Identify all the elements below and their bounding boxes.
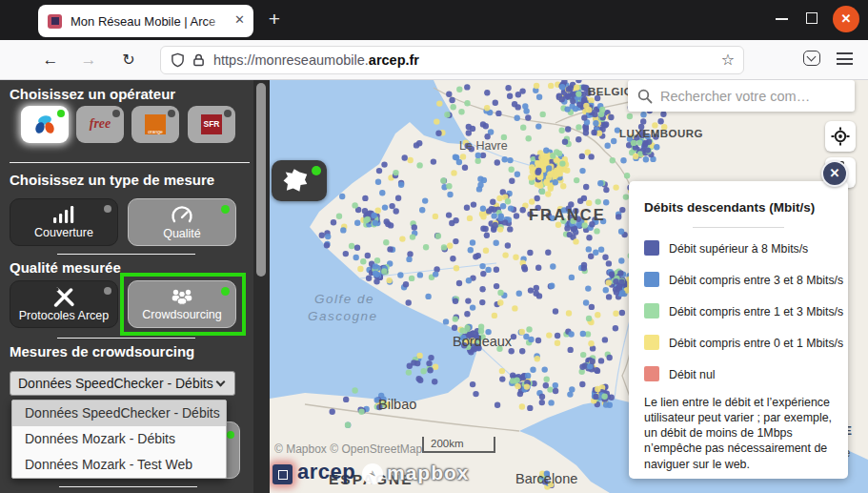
tools-icon [52, 286, 75, 307]
url-bar[interactable]: https://monreseaumobile.arcep.fr ☆ [160, 46, 744, 74]
legend-close-button[interactable]: ✕ [821, 160, 848, 187]
window-minimize-button[interactable] [776, 18, 788, 20]
operator-free-button[interactable]: free [76, 106, 124, 143]
gauge-icon [170, 204, 194, 225]
window-maximize-button[interactable] [806, 12, 818, 24]
legend-swatch [644, 366, 659, 381]
coverage-button[interactable]: Couverture [10, 198, 118, 246]
url-domain: arcep.fr [369, 52, 419, 68]
mapbox-logo-icon: ➢ [362, 463, 383, 484]
search-placeholder: Rechercher votre com… [660, 89, 810, 104]
map-scale-bar: 200km [422, 437, 495, 453]
arcep-logo-icon [273, 464, 293, 484]
dropdown-option-speedchecker-debits[interactable]: Données SpeedChecker - Débits [12, 401, 226, 426]
hidden-button-dot [227, 431, 234, 439]
select-value: Données SpeedChecker - Débits [18, 376, 213, 391]
map-attribution[interactable]: © Mapbox © OpenStreetMap [274, 442, 422, 456]
commune-search-box[interactable]: Rechercher votre com… [628, 80, 855, 112]
crowdsourcing-data-select[interactable]: Données SpeedChecker - Débits [10, 371, 235, 396]
quality-measured-heading: Qualité mesurée [10, 259, 121, 276]
legend-swatch [644, 303, 659, 318]
legend-divider [693, 227, 784, 228]
url-text: https://monreseaumobile.arcep.fr [213, 52, 419, 68]
france-button-dot [312, 166, 321, 175]
operator-bouygues-button[interactable] [21, 106, 69, 143]
browser-window: Mon Réseau Mobile | Arce ✕ + ✕ ← → ↻ htt… [0, 0, 868, 493]
crowdsourcing-selected-dot [221, 287, 230, 296]
divider [57, 254, 195, 255]
forward-button: → [76, 48, 101, 72]
pocket-icon[interactable] [803, 51, 820, 66]
divider [59, 486, 197, 487]
sidebar-scrollbar[interactable] [253, 80, 270, 493]
sfr-logo: SFR [201, 114, 222, 134]
divider [10, 162, 250, 163]
geolocate-button[interactable] [825, 121, 856, 152]
browser-tab[interactable]: Mon Réseau Mobile | Arce ✕ [38, 5, 253, 37]
protocols-dot [104, 287, 111, 295]
geolocate-target-icon [831, 127, 850, 146]
operator-orange-button[interactable]: orange [131, 106, 179, 143]
operator-heading: Choisissez un opérateur [10, 86, 175, 102]
new-tab-button[interactable]: + [261, 6, 288, 32]
protocols-arcep-button[interactable]: Protocoles Arcep [10, 280, 118, 328]
hamburger-menu-icon[interactable] [837, 52, 853, 66]
arcep-logo-text: arcep [297, 460, 355, 484]
dropdown-option-mozark-testweb[interactable]: Données Mozark - Test Web [12, 452, 226, 478]
operator-dot [112, 110, 120, 117]
crowdsourcing-button[interactable]: Crowdsourcing [128, 280, 236, 328]
legend-swatch [644, 335, 659, 350]
people-group-icon [170, 287, 194, 306]
reload-button[interactable]: ↻ [116, 48, 141, 72]
legend-swatch [644, 272, 659, 287]
legend-swatch [644, 240, 659, 256]
legend-panel: Débits descendants (Mbit/s) Débit supéri… [629, 181, 848, 479]
signal-bars-icon [52, 205, 75, 224]
bouygues-logo-icon [32, 113, 57, 136]
legend-note: Le lien entre le débit et l’expérience u… [644, 395, 835, 472]
quality-button[interactable]: Qualité [128, 198, 236, 246]
arcep-favicon-icon [48, 14, 62, 29]
france-overview-button[interactable] [272, 160, 327, 201]
orange-logo: orange [145, 114, 166, 134]
coverage-dot [104, 205, 111, 213]
scrollbar-thumb[interactable] [256, 83, 266, 277]
measure-type-heading: Choisissez un type de mesure [10, 172, 214, 188]
divider [57, 338, 195, 339]
quality-selected-dot [221, 205, 230, 214]
filters-sidebar: Choisissez un opérateur free orange SFR [0, 80, 270, 493]
tab-close-icon[interactable]: ✕ [234, 12, 245, 27]
window-close-button[interactable]: ✕ [833, 6, 859, 32]
crowdsourcing-label: Crowdsourcing [142, 308, 221, 321]
map-canvas[interactable]: BELGIQLUXEMBOURGLe HavreFRANCEGolfe deGa… [270, 80, 868, 493]
select-dropdown-list: Données SpeedChecker - Débits Données Mo… [11, 400, 227, 479]
chevron-down-icon [216, 378, 226, 387]
legend-title: Débits descendants (Mbit/s) [644, 200, 815, 215]
shield-permissions-icon[interactable] [171, 52, 185, 68]
quality-label: Qualité [163, 227, 201, 240]
dropdown-option-mozark-debits[interactable]: Données Mozark - Débits [12, 426, 226, 452]
lock-icon[interactable] [192, 52, 205, 68]
back-button[interactable]: ← [38, 48, 63, 72]
tab-title-fade [205, 5, 233, 37]
browser-toolbar: ← → ↻ https://monreseaumobile.arcep.fr ☆ [0, 40, 868, 80]
crowdsourcing-measures-heading: Mesures de crowdsourcing [10, 343, 194, 359]
coverage-label: Couverture [34, 226, 93, 239]
operator-sfr-button[interactable]: SFR [188, 106, 235, 143]
title-bar: Mon Réseau Mobile | Arce ✕ + ✕ [0, 0, 868, 40]
tab-title: Mon Réseau Mobile | Arce [71, 14, 221, 29]
page-content: Choisissez un opérateur free orange SFR [0, 80, 868, 493]
mapbox-logo-text: mapbox [387, 462, 470, 484]
operator-selected-dot [57, 110, 65, 117]
bookmark-star-icon[interactable]: ☆ [721, 51, 735, 69]
france-silhouette-icon [283, 168, 310, 194]
operator-dot [168, 110, 175, 117]
operator-dot [224, 110, 232, 117]
search-icon [637, 89, 653, 104]
protocols-arcep-label: Protocoles Arcep [19, 309, 110, 322]
